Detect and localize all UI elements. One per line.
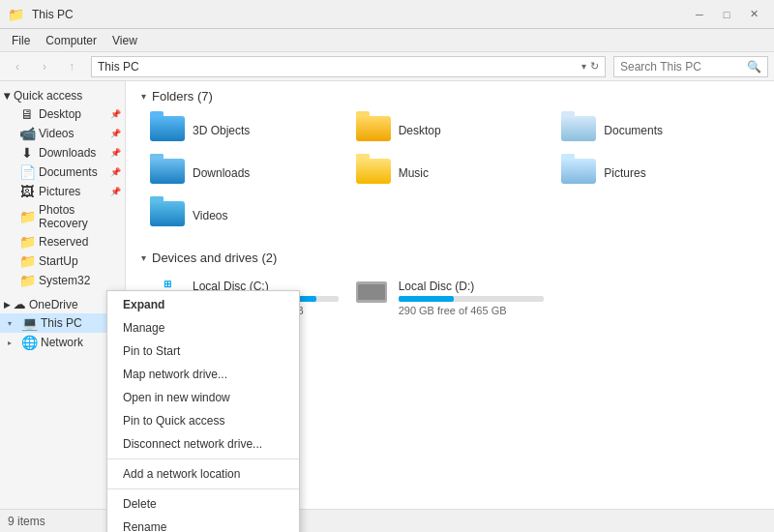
downloads-sidebar-icon: ⬇ [19,145,35,161]
folder-desktop[interactable]: Desktop [347,111,553,150]
folder-documents[interactable]: Documents [552,111,759,150]
ctx-pin-to-start[interactable]: Pin to Start [107,340,299,363]
menu-bar: File Computer View [0,29,774,52]
search-box[interactable]: 🔍 [613,56,768,77]
refresh-icon: ↻ [590,60,599,73]
minimize-button[interactable]: ─ [687,5,712,24]
ctx-separator-2 [107,488,299,489]
videos-sidebar-icon: 📹 [19,126,35,141]
app-icon: 📁 [8,7,24,22]
forward-button[interactable]: › [33,55,56,78]
sidebar-group-quick-access[interactable]: ▾ Quick access [0,85,125,104]
ctx-manage[interactable]: Manage [107,316,299,340]
status-text: 9 items [8,515,45,528]
drive-d-info: Local Disc (D:) 290 GB free of 465 GB [399,280,545,316]
folder-3dobjects[interactable]: 3D Objects [141,111,347,150]
drive-d-icon [356,280,391,303]
ctx-open-new-window[interactable]: Open in new window [107,386,299,409]
folder-documents-icon [561,116,596,145]
menu-file[interactable]: File [4,32,38,49]
folders-grid: 3D Objects Desktop Documents [141,111,759,235]
downloads-folder-label: Downloads [193,166,250,180]
onedrive-label: OneDrive [29,298,78,311]
folder-music-icon [356,159,391,188]
sidebar-item-system32[interactable]: 📁 System32 [0,271,125,290]
folder-pictures[interactable]: Pictures [552,154,759,192]
folders-section-header[interactable]: ▾ Folders (7) [141,89,759,103]
title-bar-controls: ─ □ ✕ [687,5,766,24]
folder-videos[interactable]: Videos [141,196,347,235]
onedrive-arrow-icon: ▸ [4,298,10,311]
ctx-pin-quick-access[interactable]: Pin to Quick access [107,409,299,432]
ctx-disconnect-network[interactable]: Disconnect network drive... [107,432,299,456]
title-bar-icons: 📁 [8,7,24,22]
up-button[interactable]: ↑ [60,55,83,78]
address-bar[interactable]: This PC ▾ ↻ [91,56,606,77]
ctx-add-network-location[interactable]: Add a network location [107,462,299,486]
sidebar-item-reserved[interactable]: 📁 Reserved [0,232,125,251]
quick-access-label: Quick access [14,89,82,103]
toolbar: ‹ › ↑ This PC ▾ ↻ 🔍 [0,52,774,81]
title-bar: 📁 This PC ─ □ ✕ [0,0,774,29]
sidebar-item-desktop[interactable]: 🖥 Desktop 📌 [0,104,125,124]
desktop-icon: 🖥 [19,106,35,122]
drives-chevron-icon: ▾ [141,252,146,263]
thispc-arrow-icon: ▾ [8,319,17,328]
folder-desktop-icon [356,116,391,145]
title-bar-title: This PC [32,8,687,21]
folder-videos-icon [150,201,185,230]
search-icon: 🔍 [747,60,761,74]
folder-3dobjects-icon [150,116,185,145]
sidebar-item-startup[interactable]: 📁 StartUp [0,251,125,271]
documents-sidebar-icon: 📄 [19,164,35,180]
menu-computer[interactable]: Computer [38,32,104,49]
sidebar-item-videos[interactable]: 📹 Videos 📌 [0,124,125,143]
ctx-rename[interactable]: Rename [107,516,299,532]
sidebar-item-documents[interactable]: 📄 Documents 📌 [0,163,125,182]
quick-access-arrow-icon: ▾ [4,89,10,103]
ctx-delete[interactable]: Delete [107,492,299,516]
onedrive-icon: ☁ [14,298,25,311]
drive-d[interactable]: Local Disc (D:) 290 GB free of 465 GB [347,273,553,323]
ctx-expand[interactable]: Expand [107,293,299,316]
drive-d-bar [399,296,545,302]
sidebar-item-pictures[interactable]: 🖼 Pictures 📌 [0,182,125,201]
sidebar-item-downloads[interactable]: ⬇ Downloads 📌 [0,143,125,163]
network-icon: 🌐 [21,335,37,350]
startup-icon: 📁 [19,253,35,269]
folder-pictures-icon [561,159,596,188]
system32-icon: 📁 [19,273,35,288]
drives-section-header[interactable]: ▾ Devices and drives (2) [141,251,759,265]
sidebar-item-photos-recovery[interactable]: 📁 Photos Recovery [0,201,125,232]
address-chevron-icon: ▾ [581,61,586,72]
address-text: This PC [98,60,139,74]
ctx-map-network[interactable]: Map network drive... [107,363,299,386]
ctx-separator-1 [107,458,299,459]
thispc-icon: 💻 [21,315,37,331]
pictures-sidebar-icon: 🖼 [19,184,35,199]
photos-recovery-icon: 📁 [19,209,35,224]
back-button[interactable]: ‹ [6,55,29,78]
folder-downloads[interactable]: Downloads [141,154,347,192]
menu-view[interactable]: View [104,32,145,49]
drives-header-label: Devices and drives (2) [152,251,277,265]
context-menu: Expand Manage Pin to Start Map network d… [106,290,300,532]
search-input[interactable] [620,60,743,74]
folders-chevron-icon: ▾ [141,91,146,102]
reserved-icon: 📁 [19,234,35,250]
drive-d-fill [399,296,454,302]
maximize-button[interactable]: □ [714,5,739,24]
folders-header-label: Folders (7) [152,89,213,103]
folder-music[interactable]: Music [347,154,553,192]
close-button[interactable]: ✕ [741,5,766,24]
folder-downloads-icon [150,159,185,188]
network-arrow-icon: ▸ [8,339,17,347]
